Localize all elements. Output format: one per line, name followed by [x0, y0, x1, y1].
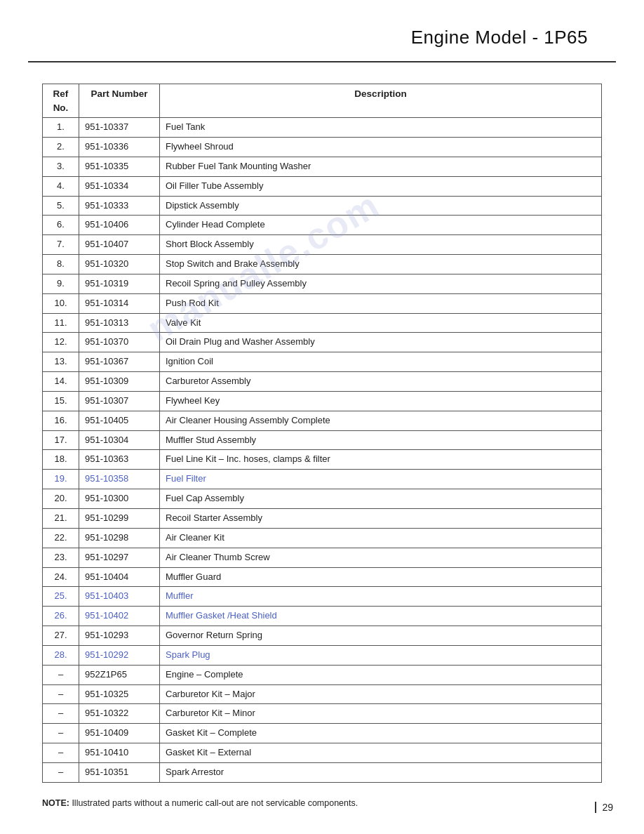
col-header-desc: Description: [160, 84, 602, 118]
cell-desc: Governor Return Spring: [160, 626, 602, 646]
cell-desc: Fuel Cap Assembly: [160, 489, 602, 509]
cell-ref: –: [43, 762, 79, 782]
table-row: 14.951-10309Carburetor Assembly: [43, 372, 602, 392]
table-row: 24.951-10404Muffler Guard: [43, 567, 602, 587]
cell-part: 951-10405: [79, 411, 160, 430]
cell-part: 951-10322: [79, 704, 160, 724]
cell-part: 951-10410: [79, 743, 160, 763]
cell-ref: 18.: [43, 450, 79, 470]
cell-part: 951-10333: [79, 196, 160, 216]
cell-ref: 26.: [43, 607, 79, 626]
cell-part: 951-10409: [79, 724, 160, 743]
note-label: NOTE:: [42, 798, 69, 808]
table-row: 26.951-10402Muffler Gasket /Heat Shield: [43, 607, 602, 626]
cell-part: 951-10370: [79, 333, 160, 352]
cell-desc: Air Cleaner Thumb Screw: [160, 548, 602, 567]
cell-ref: 23.: [43, 548, 79, 567]
table-row: 3.951-10335Rubber Fuel Tank Mounting Was…: [43, 157, 602, 176]
table-row: 20.951-10300Fuel Cap Assembly: [43, 489, 602, 509]
table-row: 13.951-10367Ignition Coil: [43, 352, 602, 372]
cell-part: 951-10314: [79, 293, 160, 313]
cell-ref: 1.: [43, 118, 79, 138]
table-row: 6.951-10406Cylinder Head Complete: [43, 216, 602, 235]
cell-part: 951-10335: [79, 157, 160, 176]
table-row: –951-10410Gasket Kit – External: [43, 743, 602, 763]
cell-desc: Cylinder Head Complete: [160, 216, 602, 235]
table-row: 10.951-10314Push Rod Kit: [43, 293, 602, 313]
cell-ref: 4.: [43, 176, 79, 196]
cell-desc: Air Cleaner Housing Assembly Complete: [160, 411, 602, 430]
table-row: 27.951-10293Governor Return Spring: [43, 626, 602, 646]
cell-desc: Flywheel Key: [160, 391, 602, 411]
table-row: 22.951-10298Air Cleaner Kit: [43, 528, 602, 548]
cell-part: 951-10351: [79, 762, 160, 782]
cell-desc: Spark Plug: [160, 645, 602, 665]
cell-desc: Fuel Tank: [160, 118, 602, 138]
cell-part: 951-10300: [79, 489, 160, 509]
cell-part: 951-10406: [79, 216, 160, 235]
cell-ref: 14.: [43, 372, 79, 392]
cell-ref: 22.: [43, 528, 79, 548]
page-title: Engine Model - 1P65: [411, 27, 588, 48]
cell-part: 951-10358: [79, 470, 160, 489]
cell-part: 951-10298: [79, 528, 160, 548]
table-row: 9.951-10319Recoil Spring and Pulley Asse…: [43, 274, 602, 293]
cell-ref: 5.: [43, 196, 79, 216]
cell-desc: Oil Filler Tube Assembly: [160, 176, 602, 196]
cell-desc: Ignition Coil: [160, 352, 602, 372]
cell-desc: Carburetor Kit – Minor: [160, 704, 602, 724]
cell-ref: 25.: [43, 587, 79, 607]
cell-ref: 11.: [43, 313, 79, 333]
cell-part: 951-10292: [79, 645, 160, 665]
cell-part: 952Z1P65: [79, 665, 160, 684]
table-row: 16.951-10405Air Cleaner Housing Assembly…: [43, 411, 602, 430]
cell-ref: 6.: [43, 216, 79, 235]
cell-ref: 20.: [43, 489, 79, 509]
table-row: –952Z1P65Engine – Complete: [43, 665, 602, 684]
cell-part: 951-10293: [79, 626, 160, 646]
cell-desc: Gasket Kit – External: [160, 743, 602, 763]
table-row: 17.951-10304Muffler Stud Assembly: [43, 430, 602, 450]
col-header-ref: Ref No.: [43, 84, 79, 118]
table-row: 21.951-10299Recoil Starter Assembly: [43, 509, 602, 529]
cell-desc: Valve Kit: [160, 313, 602, 333]
cell-desc: Engine – Complete: [160, 665, 602, 684]
cell-desc: Spark Arrestor: [160, 762, 602, 782]
cell-ref: 17.: [43, 430, 79, 450]
table-row: 15.951-10307Flywheel Key: [43, 391, 602, 411]
cell-part: 951-10299: [79, 509, 160, 529]
table-row: –951-10409Gasket Kit – Complete: [43, 724, 602, 743]
cell-ref: 28.: [43, 645, 79, 665]
cell-part: 951-10307: [79, 391, 160, 411]
cell-ref: –: [43, 743, 79, 763]
cell-ref: –: [43, 684, 79, 704]
note-text: Illustrated parts without a numeric call…: [72, 798, 358, 808]
table-row: –951-10322Carburetor Kit – Minor: [43, 704, 602, 724]
cell-desc: Oil Drain Plug and Washer Assembly: [160, 333, 602, 352]
table-row: 2.951-10336Flywheel Shroud: [43, 137, 602, 157]
table-row: 4.951-10334Oil Filler Tube Assembly: [43, 176, 602, 196]
table-row: 12.951-10370Oil Drain Plug and Washer As…: [43, 333, 602, 352]
cell-desc: Short Block Assembly: [160, 235, 602, 255]
cell-desc: Fuel Filter: [160, 470, 602, 489]
cell-ref: 10.: [43, 293, 79, 313]
cell-ref: 9.: [43, 274, 79, 293]
cell-part: 951-10325: [79, 684, 160, 704]
table-row: 8.951-10320Stop Switch and Brake Assembl…: [43, 255, 602, 274]
cell-ref: 16.: [43, 411, 79, 430]
table-row: 23.951-10297Air Cleaner Thumb Screw: [43, 548, 602, 567]
cell-desc: Recoil Spring and Pulley Assembly: [160, 274, 602, 293]
cell-part: 951-10336: [79, 137, 160, 157]
cell-ref: –: [43, 724, 79, 743]
cell-ref: 24.: [43, 567, 79, 587]
cell-ref: 7.: [43, 235, 79, 255]
cell-desc: Dipstick Assembly: [160, 196, 602, 216]
cell-ref: 19.: [43, 470, 79, 489]
cell-ref: 2.: [43, 137, 79, 157]
cell-ref: 13.: [43, 352, 79, 372]
cell-desc: Muffler: [160, 587, 602, 607]
cell-ref: 21.: [43, 509, 79, 529]
cell-desc: Stop Switch and Brake Assembly: [160, 255, 602, 274]
cell-desc: Recoil Starter Assembly: [160, 509, 602, 529]
cell-part: 951-10407: [79, 235, 160, 255]
